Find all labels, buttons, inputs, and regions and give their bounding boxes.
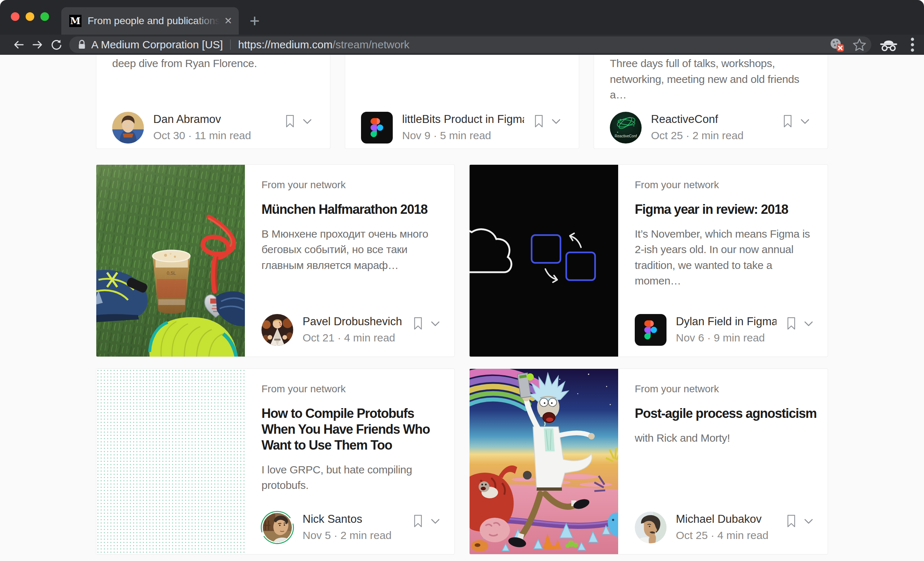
story-excerpt: It’s November, which means Figma is 2-is… <box>635 226 818 289</box>
story-card-munchen-halfmarathon[interactable]: 0,5L <box>96 164 455 357</box>
story-card-dan-abramov[interactable]: deep dive from Ryan Florence. <box>96 55 330 149</box>
story-title[interactable]: München Halfmarathon 2018 <box>261 201 445 218</box>
medium-favicon: M <box>69 15 81 27</box>
traffic-lights <box>11 12 49 21</box>
bookmark-icon[interactable] <box>786 316 797 331</box>
avatar-figma-logo[interactable] <box>361 112 393 144</box>
bookmark-icon[interactable] <box>412 514 423 528</box>
cup-volume-text: 0,5L <box>166 270 176 276</box>
from-network-label: From your network <box>635 383 818 395</box>
bookmark-icon[interactable] <box>412 316 423 331</box>
site-identity-text: A Medium Corporation [US] <box>91 39 223 51</box>
tab-strip: M From people and publications y ✕ + <box>0 0 924 34</box>
reload-button[interactable] <box>47 39 66 51</box>
story-card-figma-year-review[interactable]: From your network Figma year in review: … <box>469 164 828 357</box>
tab-title: From people and publications y <box>88 15 220 27</box>
story-meta: Nov 6 · 9 min read <box>676 332 777 344</box>
chevron-down-icon[interactable] <box>804 514 813 528</box>
story-title[interactable]: How to Compile Protobufs When You Have F… <box>261 406 445 453</box>
new-tab-button[interactable]: + <box>250 12 260 30</box>
back-arrow-icon <box>13 39 25 51</box>
site-identity-chip[interactable]: A Medium Corporation [US] <box>78 39 223 51</box>
from-network-label: From your network <box>261 383 445 395</box>
cloud-sync-illustration <box>470 165 618 357</box>
avatar-dan-abramov[interactable] <box>112 112 144 144</box>
author-name[interactable]: Pavel Drobushevich <box>303 315 402 328</box>
cookie-extension-button[interactable] <box>830 37 844 52</box>
chevron-down-icon[interactable] <box>303 114 312 128</box>
story-card-reactiveconf[interactable]: Three days full of talks, workshops, net… <box>594 55 828 149</box>
story-excerpt: Three days full of talks, workshops, net… <box>610 56 815 103</box>
forward-arrow-icon <box>32 39 44 51</box>
story-image-figma-review[interactable] <box>470 165 618 357</box>
story-image-munchen[interactable]: 0,5L <box>96 165 245 357</box>
browser-menu-button[interactable] <box>910 37 915 52</box>
avatar-nick-santos[interactable] <box>260 510 294 544</box>
author-name[interactable]: Michael Dubakov <box>676 513 768 526</box>
avatar-michael-dubakov[interactable] <box>635 512 666 543</box>
from-network-label: From your network <box>635 179 818 191</box>
story-excerpt: I love GRPC, but hate compiling protobuf… <box>261 462 445 493</box>
story-card-protobufs[interactable]: From your network How to Compile Protobu… <box>96 369 455 555</box>
minimize-window-button[interactable] <box>26 12 34 21</box>
author-name[interactable]: Nick Santos <box>303 513 392 526</box>
story-image-protobufs[interactable] <box>96 369 245 554</box>
story-excerpt: В Мюнхене проходит очень много беговых с… <box>261 226 445 273</box>
incognito-icon <box>879 38 898 51</box>
forward-button[interactable] <box>28 39 47 51</box>
story-meta: Oct 25 · 4 min read <box>676 529 768 542</box>
chevron-down-icon[interactable] <box>804 316 813 331</box>
omnibox-divider <box>230 40 231 50</box>
avatar-reactiveconf[interactable]: ReactiveConf <box>610 112 642 144</box>
story-excerpt: with Rick and Morty! <box>635 430 818 446</box>
story-meta: Oct 30 · 11 min read <box>153 129 251 142</box>
avatar-figma-logo[interactable] <box>635 314 666 346</box>
bookmark-page-button[interactable] <box>853 38 866 51</box>
author-name[interactable]: Dylan Field in Figma Des… <box>676 315 777 328</box>
story-title[interactable]: Post-agile process agnosticism <box>635 406 818 422</box>
browser-window: M From people and publications y ✕ + A M… <box>0 0 924 561</box>
tab-close-icon[interactable]: ✕ <box>224 16 232 26</box>
story-meta: Nov 9 · 5 min read <box>402 129 524 142</box>
author-name[interactable]: ReactiveConf <box>651 113 744 126</box>
bookmark-icon[interactable] <box>782 114 793 128</box>
address-bar[interactable]: A Medium Corporation [US] https://medium… <box>69 36 872 53</box>
story-meta: Oct 25 · 2 min read <box>651 129 744 142</box>
medium-network-feed: deep dive from Ryan Florence. <box>0 55 924 561</box>
cookie-blocked-icon <box>830 37 844 52</box>
story-title[interactable]: Figma year in review: 2018 <box>635 201 818 218</box>
story-card-littlebits[interactable]: littleBits Product in Figma D… Nov 9 · 5… <box>345 55 579 149</box>
author-name[interactable]: Dan Abramov <box>153 113 251 126</box>
browser-tab[interactable]: M From people and publications y ✕ <box>61 7 239 34</box>
bookmark-icon[interactable] <box>285 114 296 128</box>
story-meta: Nov 5 · 2 min read <box>303 529 392 542</box>
bookmark-icon[interactable] <box>786 514 797 528</box>
avatar-pavel-drobushevich[interactable] <box>261 314 293 346</box>
back-button[interactable] <box>9 39 28 51</box>
lock-icon <box>78 40 86 50</box>
from-network-label: From your network <box>261 179 445 191</box>
star-icon <box>853 38 866 51</box>
zoom-window-button[interactable] <box>40 12 49 21</box>
dot-grid-pattern <box>96 369 245 554</box>
url-host: https://medium.com <box>238 39 333 51</box>
url-path: /stream/network <box>333 39 410 51</box>
reload-icon <box>50 39 62 51</box>
chevron-down-icon[interactable] <box>430 514 440 528</box>
grass-medal-photo: 0,5L <box>96 165 245 357</box>
story-image-rick-morty[interactable] <box>470 369 618 554</box>
story-excerpt: deep dive from Ryan Florence. <box>112 56 317 71</box>
rick-and-morty-cartoon <box>470 369 618 554</box>
chevron-down-icon[interactable] <box>800 114 810 128</box>
chevron-down-icon[interactable] <box>552 114 561 128</box>
reactiveconf-avatar-text: ReactiveConf <box>615 134 637 138</box>
author-name[interactable]: littleBits Product in Figma D… <box>402 113 524 126</box>
story-meta: Oct 21 · 4 min read <box>303 332 402 344</box>
browser-toolbar: A Medium Corporation [US] https://medium… <box>0 34 924 55</box>
bookmark-icon[interactable] <box>533 114 544 128</box>
story-card-post-agile[interactable]: From your network Post-agile process agn… <box>469 369 828 555</box>
close-window-button[interactable] <box>11 12 20 21</box>
chevron-down-icon[interactable] <box>430 316 440 331</box>
